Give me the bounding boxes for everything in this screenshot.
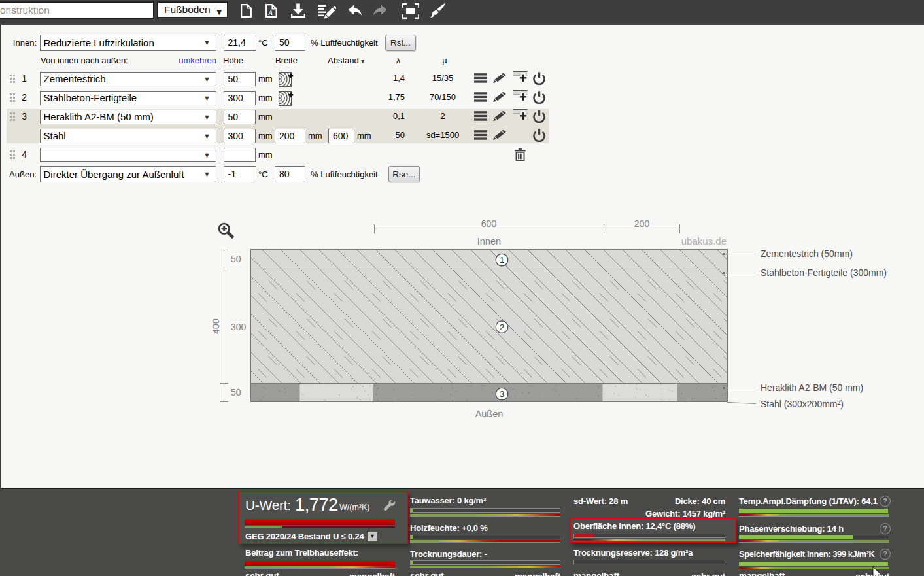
- svg-text:50: 50: [231, 254, 241, 264]
- svg-text:2: 2: [500, 322, 504, 332]
- svg-text:1: 1: [500, 255, 504, 265]
- svg-text:Stahlbeton-Fertigteile (300mm): Stahlbeton-Fertigteile (300mm): [761, 267, 887, 278]
- svg-text:3: 3: [500, 389, 504, 399]
- svg-text:300: 300: [231, 322, 247, 332]
- svg-text:600: 600: [481, 218, 497, 229]
- svg-text:Zementestrich (50mm): Zementestrich (50mm): [761, 248, 853, 259]
- svg-text:Außen: Außen: [475, 409, 504, 419]
- svg-text:400: 400: [211, 318, 221, 334]
- svg-text:Heraklith A2-BM (50 mm): Heraklith A2-BM (50 mm): [761, 382, 863, 393]
- svg-text:Stahl (300x200mm²): Stahl (300x200mm²): [761, 399, 844, 409]
- svg-text:A: A: [268, 9, 273, 16]
- svg-text:50: 50: [231, 387, 241, 398]
- svg-text:Innen: Innen: [477, 236, 501, 246]
- svg-text:ubakus.de: ubakus.de: [681, 235, 727, 246]
- svg-text:200: 200: [634, 218, 650, 229]
